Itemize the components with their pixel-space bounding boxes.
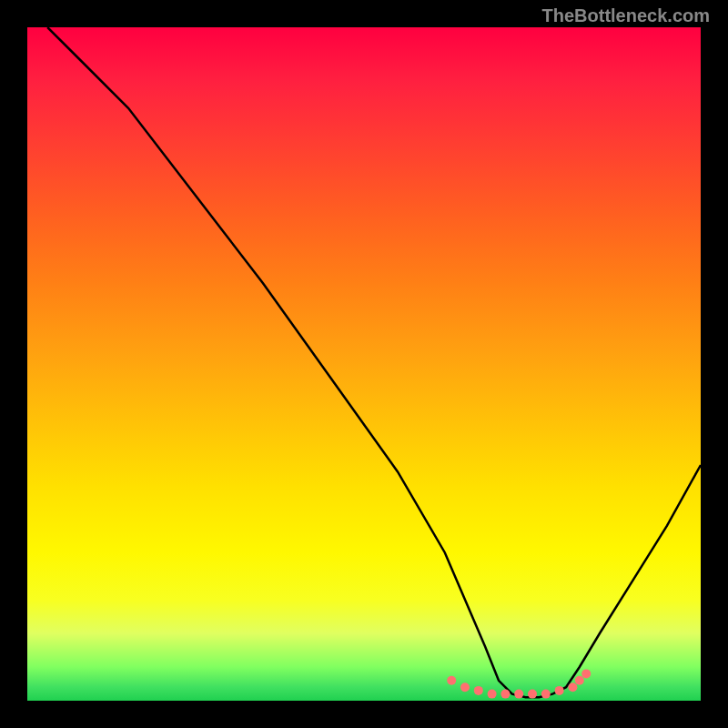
bottleneck-chart bbox=[27, 27, 701, 701]
marker-dot bbox=[474, 686, 483, 695]
marker-dot bbox=[581, 669, 591, 678]
curve-line bbox=[47, 27, 701, 697]
watermark-text: TheBottleneck.com bbox=[542, 5, 710, 26]
marker-dot bbox=[541, 690, 551, 699]
marker-dot bbox=[528, 690, 537, 699]
marker-dot bbox=[568, 682, 577, 692]
marker-dot bbox=[514, 690, 523, 699]
marker-dot bbox=[488, 690, 497, 699]
marker-dot bbox=[555, 686, 564, 695]
marker-dot bbox=[575, 676, 584, 685]
marker-dot bbox=[447, 676, 456, 685]
marker-dot bbox=[460, 682, 470, 692]
marker-dot bbox=[500, 690, 510, 699]
